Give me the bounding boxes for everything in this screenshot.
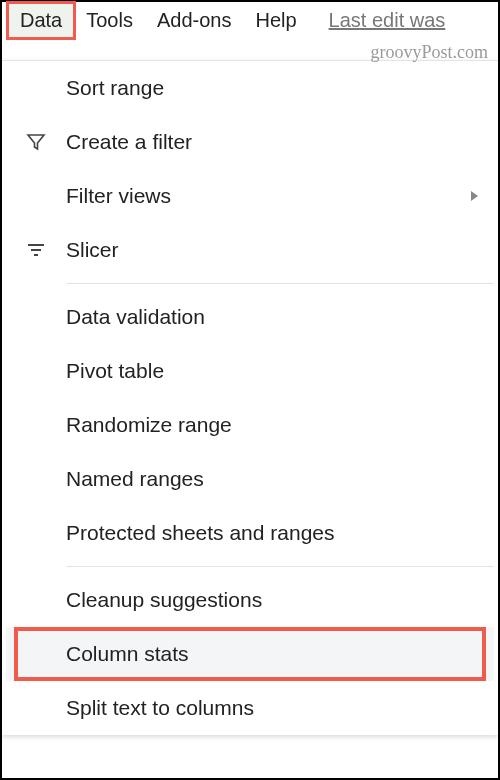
menu-tools[interactable]: Tools bbox=[74, 3, 145, 38]
menu-cleanup-suggestions[interactable]: Cleanup suggestions bbox=[6, 573, 494, 627]
menu-split-text[interactable]: Split text to columns bbox=[6, 681, 494, 735]
menu-randomize-range[interactable]: Randomize range bbox=[6, 398, 494, 452]
menu-create-filter[interactable]: Create a filter bbox=[6, 115, 494, 169]
menu-help[interactable]: Help bbox=[243, 3, 308, 38]
menu-item-label: Randomize range bbox=[66, 413, 486, 437]
last-edit-text: Last edit was bbox=[329, 9, 446, 31]
menu-item-label: Filter views bbox=[66, 184, 470, 208]
slicer-icon bbox=[26, 240, 66, 260]
menu-item-label: Sort range bbox=[66, 76, 486, 100]
menu-label: Help bbox=[255, 9, 296, 31]
menu-protected-sheets[interactable]: Protected sheets and ranges bbox=[6, 506, 494, 560]
menubar: Data Tools Add-ons Help Last edit was bbox=[2, 2, 498, 40]
menu-column-stats[interactable]: Column stats bbox=[6, 627, 494, 681]
menu-addons[interactable]: Add-ons bbox=[145, 3, 244, 38]
menu-item-label: Slicer bbox=[66, 238, 486, 262]
menu-label: Tools bbox=[86, 9, 133, 31]
menu-item-label: Create a filter bbox=[66, 130, 486, 154]
menu-item-label: Data validation bbox=[66, 305, 486, 329]
menu-item-label: Named ranges bbox=[66, 467, 486, 491]
filter-icon bbox=[26, 132, 66, 152]
menu-divider bbox=[66, 566, 494, 567]
menu-item-label: Pivot table bbox=[66, 359, 486, 383]
menu-data[interactable]: Data bbox=[8, 3, 74, 38]
watermark: groovyPost.com bbox=[370, 42, 488, 63]
menu-divider bbox=[66, 283, 494, 284]
menu-named-ranges[interactable]: Named ranges bbox=[6, 452, 494, 506]
menu-item-label: Protected sheets and ranges bbox=[66, 521, 486, 545]
chevron-right-icon bbox=[470, 190, 480, 202]
menu-label: Add-ons bbox=[157, 9, 232, 31]
menu-filter-views[interactable]: Filter views bbox=[6, 169, 494, 223]
menu-item-label: Split text to columns bbox=[66, 696, 486, 720]
menu-item-label: Column stats bbox=[66, 642, 486, 666]
menu-sort-range[interactable]: Sort range bbox=[6, 61, 494, 115]
menu-item-label: Cleanup suggestions bbox=[66, 588, 486, 612]
data-dropdown: Sort range Create a filter Filter views bbox=[2, 60, 498, 735]
menu-slicer[interactable]: Slicer bbox=[6, 223, 494, 277]
last-edit-link[interactable]: Last edit was bbox=[329, 9, 446, 32]
menu-data-validation[interactable]: Data validation bbox=[6, 290, 494, 344]
menu-label: Data bbox=[20, 9, 62, 31]
menu-pivot-table[interactable]: Pivot table bbox=[6, 344, 494, 398]
